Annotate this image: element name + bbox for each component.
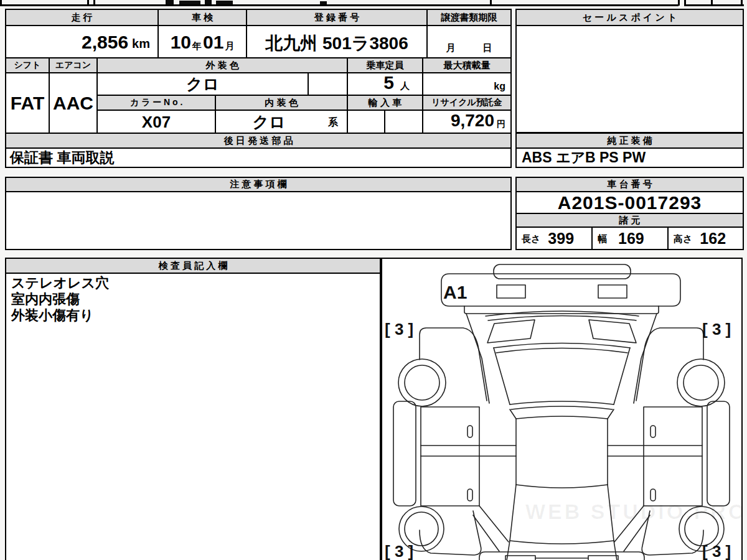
wheel-front-left-outer — [398, 359, 446, 406]
roof-connect-left — [510, 409, 516, 419]
color-no-value-cell: X07 — [96, 110, 216, 134]
wheel-rear-left-inner — [405, 512, 438, 546]
watermark: WEB STUDIO.PRO — [525, 500, 741, 523]
rear-quarter-left — [420, 511, 481, 555]
headlight-right — [598, 285, 627, 298]
car-diagram-box: WEB STUDIO.PRO — [381, 258, 743, 560]
aircon-value: AAC — [53, 94, 93, 113]
car-diagram: WEB STUDIO.PRO — [382, 259, 741, 560]
spec-height-cell: 高さ 162 — [667, 226, 744, 250]
rear-panel-left — [507, 541, 510, 560]
cutoff-divider — [0, 0, 2, 6]
registration-value: 北九州 501ラ3806 — [265, 35, 408, 52]
cutoff-divider — [678, 0, 680, 6]
inspector-note-line: ステレオレス穴 — [11, 275, 375, 291]
cut-text-fragment — [205, 0, 212, 4]
later-shipped-parts-value: 保証書 車両取説 — [10, 151, 114, 165]
door-handle-left-rear — [467, 489, 472, 501]
tire-mark-front-right: [ 3 ] — [702, 320, 731, 338]
registration-value-cell: 北九州 501ラ3806 — [246, 25, 428, 58]
spec-length-cell: 長さ 399 — [515, 226, 593, 250]
max-load-unit: kg — [494, 81, 505, 92]
spec-height-value: 162 — [700, 231, 726, 246]
import-header: 輸 入 車 — [347, 95, 423, 111]
front-fender-right — [636, 328, 703, 401]
shaken-month-unit: 月 — [225, 41, 234, 50]
rear-bumper — [479, 552, 644, 560]
mileage-value: 2,856 — [82, 33, 128, 52]
shift-value: FAT — [11, 94, 44, 113]
door-handle-right-front — [651, 426, 655, 437]
aircon-value-cell: AAC — [49, 72, 98, 134]
cutoff-divider — [741, 0, 743, 6]
caution-notes-header: 注 意 事 項 欄 — [5, 177, 512, 192]
chassis-number-header: 車 台 番 号 — [515, 177, 744, 192]
max-load-header: 最大積載量 — [422, 57, 512, 73]
transfer-docs-header: 譲渡書類期限 — [426, 9, 512, 26]
exterior-color-value: クロ — [186, 76, 219, 92]
cut-text-fragment — [166, 0, 174, 4]
cpillar-left2 — [473, 515, 499, 551]
door-divider-left — [421, 446, 516, 456]
recycle-deposit-value: 9,720 — [451, 112, 494, 129]
rocker-left — [393, 401, 416, 506]
max-load-value-cell: kg — [422, 72, 512, 96]
import-empty-cell-1 — [347, 110, 385, 134]
aircon-header: エアコン — [49, 57, 98, 73]
inspector-note-line: 外装小傷有り — [11, 307, 375, 324]
cabin-front-arc2 — [511, 406, 613, 409]
genuine-equipment-value: ABS エアB PS PW — [522, 151, 646, 165]
door-divider-right — [608, 446, 702, 456]
interior-color-suffix: 系 — [328, 118, 338, 128]
shaken-year: 10 — [171, 33, 191, 52]
genuine-equipment-value-cell: ABS エアB PS PW — [515, 147, 744, 168]
cutoff-border-right — [684, 4, 744, 6]
windshield-bottom-arc2 — [496, 348, 627, 353]
sales-point-header: セ ー ル ス ポ イ ン ト — [515, 9, 744, 26]
recycle-deposit-header: リサイクル預託金 — [422, 95, 512, 111]
cut-text-fragment — [216, 1, 233, 4]
shift-header: シフト — [5, 57, 50, 73]
roof-bottom-arc — [516, 485, 608, 488]
spec-height-label: 高さ — [674, 234, 692, 243]
recycle-deposit-value-cell: 9,720 円 — [422, 110, 512, 134]
tire-mark-front-left: [ 3 ] — [385, 320, 413, 338]
transfer-month-char: 月 — [446, 43, 456, 52]
tire-mark-rear-left: [ 3 ] — [385, 542, 413, 560]
rear-glass-left — [510, 485, 516, 541]
recycle-deposit-unit: 円 — [497, 119, 505, 128]
shift-value-cell: FAT — [5, 72, 50, 134]
transfer-day-char: 日 — [483, 43, 492, 52]
cutoff-border — [0, 4, 679, 6]
front-bumper — [494, 264, 631, 279]
windshield-top-arc2 — [488, 316, 636, 321]
door-handle-left-front — [467, 426, 472, 437]
wheel-front-left-inner — [405, 365, 439, 400]
shaken-month: 01 — [203, 33, 223, 52]
auction-sheet: { "c": { "soko_label": "走 行", "soko_valu… — [0, 0, 747, 560]
spec-width-cell: 幅 169 — [591, 226, 669, 250]
tire-mark-rear-right: [ 3 ] — [702, 542, 731, 560]
interior-color-value: クロ — [252, 114, 285, 130]
capacity-header: 乗車定員 — [347, 57, 423, 73]
transfer-docs-value-cell: 月 日 — [426, 25, 512, 58]
spec-length-value: 399 — [548, 231, 574, 246]
roof-top-arc — [516, 416, 608, 419]
roof-connect-right — [608, 409, 614, 419]
caution-notes-body — [5, 191, 512, 250]
cutoff-divider — [87, 0, 89, 6]
cutoff-divider — [711, 0, 713, 6]
shaken-header: 車 検 — [157, 9, 247, 26]
cutoff-divider — [93, 0, 95, 6]
shaken-year-unit: 年 — [192, 41, 202, 50]
color-no-header: カ ラ ー N o . — [96, 95, 216, 111]
later-shipped-parts-value-cell: 保証書 車両取説 — [5, 147, 512, 168]
cpillar-left1 — [479, 506, 509, 542]
cutoff-divider — [490, 0, 492, 6]
color-no-value: X07 — [142, 114, 171, 130]
interior-color-header: 内 装 色 — [215, 95, 348, 111]
rear-bumper-detail-right — [588, 556, 618, 560]
chassis-number-value: A201S-0017293 — [558, 194, 702, 212]
mileage-value-cell: 2,856 km — [5, 25, 159, 58]
capacity-unit: 人 — [400, 81, 410, 90]
